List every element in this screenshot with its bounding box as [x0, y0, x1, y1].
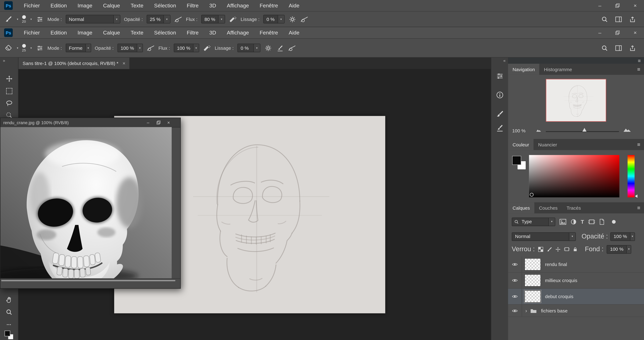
group-disclosure-icon[interactable]: › — [525, 307, 527, 314]
document-tab[interactable]: Sans titre-1 @ 100% (debut croquis, RVB/… — [18, 58, 130, 69]
search-icon[interactable] — [600, 44, 608, 52]
erase-history-icon[interactable] — [276, 44, 284, 52]
horizontal-scrollbar[interactable] — [1, 280, 176, 281]
airbrush-icon[interactable] — [203, 44, 211, 52]
foreground-color-swatch[interactable] — [512, 156, 521, 165]
close-tab-icon[interactable]: × — [122, 60, 125, 66]
lock-transparency-icon[interactable] — [538, 247, 544, 252]
pressure-size-icon[interactable] — [300, 15, 308, 23]
share-icon[interactable] — [628, 44, 636, 52]
tool-preset-caret-icon[interactable]: ▾ — [17, 18, 18, 21]
hand-tool[interactable] — [0, 294, 18, 305]
opacity-field[interactable]: 25 %▾ — [146, 15, 170, 24]
layer-row-selected[interactable]: debut croquis — [508, 289, 644, 305]
shape-layer-filter-icon[interactable] — [588, 219, 595, 225]
lock-all-icon[interactable] — [573, 247, 578, 252]
layer-thumbnail[interactable] — [524, 258, 541, 270]
menu-image[interactable]: Image — [72, 0, 98, 11]
panel-menu-icon[interactable]: ≡ — [634, 139, 644, 150]
tab-calques[interactable]: Calques — [508, 202, 534, 214]
toolbar-ellipsis-icon[interactable]: ••• — [0, 319, 18, 330]
menu-3d[interactable]: 3D — [204, 27, 222, 38]
adjustment-layer-filter-icon[interactable] — [570, 219, 576, 225]
zoom-slider-thumb[interactable] — [582, 128, 586, 132]
tab-couches[interactable]: Couches — [534, 202, 562, 214]
lasso-tool[interactable] — [0, 98, 18, 109]
share-icon[interactable] — [628, 15, 636, 23]
zoom-in-icon[interactable] — [623, 127, 631, 132]
workspace-layout-icon[interactable] — [614, 15, 622, 23]
info-panel-icon[interactable] — [491, 89, 508, 101]
foreground-background-swatches[interactable] — [0, 329, 18, 340]
tab-navigation[interactable]: Navigation — [508, 64, 539, 75]
menu-image[interactable]: Image — [72, 27, 98, 38]
zoom-tool[interactable] — [0, 307, 18, 317]
layer-thumbnail[interactable] — [524, 290, 541, 302]
restore-button[interactable] — [608, 27, 626, 38]
brush-preset-caret-icon[interactable]: ▾ — [30, 46, 32, 50]
minimize-button[interactable]: – — [591, 0, 608, 11]
lock-paint-icon[interactable] — [547, 247, 552, 252]
menu-aide[interactable]: Aide — [283, 0, 305, 11]
zoom-out-icon[interactable] — [536, 129, 541, 132]
search-icon[interactable] — [600, 15, 608, 23]
menu-affichage[interactable]: Affichage — [222, 27, 254, 38]
layer-row[interactable]: millieux croquis — [508, 273, 644, 289]
menu-fenetre[interactable]: Fenêtre — [254, 27, 283, 38]
menu-calque[interactable]: Calque — [98, 0, 125, 11]
pressure-opacity-icon[interactable] — [146, 44, 155, 52]
workspace-layout-icon[interactable] — [614, 44, 622, 52]
layer-blend-mode-dropdown[interactable]: Normal ▾ — [512, 232, 576, 241]
layer-group-row[interactable]: › fichiers base — [508, 305, 644, 317]
layer-name[interactable]: millieux croquis — [545, 278, 577, 283]
menu-affichage[interactable]: Affichage — [222, 0, 254, 11]
layer-name[interactable]: debut croquis — [545, 294, 573, 299]
layer-visibility-toggle[interactable] — [508, 273, 522, 288]
brush-preset-picker[interactable]: 20 — [22, 15, 26, 23]
layer-visibility-toggle[interactable] — [508, 257, 522, 272]
smoothing-field[interactable]: 0 %▾ — [263, 15, 284, 24]
eraser-mode-dropdown[interactable]: Forme▾ — [66, 44, 91, 52]
menu-filtre[interactable]: Filtre — [182, 0, 204, 11]
layer-opacity-field[interactable]: 100 % ▾ — [610, 232, 635, 241]
zoom-percent-field[interactable]: 100 % — [512, 128, 526, 133]
hue-slider[interactable] — [628, 155, 634, 197]
navigator-preview[interactable] — [546, 79, 606, 122]
floating-window-titlebar[interactable]: rendu_crane.jpg @ 100% (RVB/8) – × — [0, 118, 180, 127]
lock-position-icon[interactable] — [555, 247, 561, 252]
pixel-layer-filter-icon[interactable] — [560, 219, 566, 225]
saturation-brightness-picker[interactable] — [529, 155, 620, 197]
airbrush-icon[interactable] — [229, 15, 237, 23]
smoothing-gear-icon[interactable] — [264, 44, 272, 52]
brush-settings-panel-icon[interactable] — [491, 108, 508, 120]
tab-nuancier[interactable]: Nuancier — [534, 139, 562, 150]
minimize-button[interactable]: – — [143, 118, 153, 127]
smoothing-gear-icon[interactable] — [288, 15, 296, 23]
type-layer-filter-icon[interactable]: T — [581, 219, 584, 225]
opacity-field[interactable]: 100 %▾ — [117, 44, 143, 52]
blend-mode-dropdown[interactable]: Normal▾ — [66, 15, 120, 24]
marquee-tool[interactable] — [0, 85, 18, 96]
menu-fenetre[interactable]: Fenêtre — [254, 0, 283, 11]
restore-button[interactable] — [608, 0, 626, 11]
layer-visibility-toggle[interactable] — [508, 305, 522, 317]
layer-thumbnail[interactable] — [524, 274, 541, 286]
brush-tool-icon[interactable] — [4, 15, 12, 23]
panel-menu-icon[interactable]: ≡ — [634, 64, 644, 75]
smoothing-field[interactable]: 0 %▾ — [238, 44, 260, 52]
flow-field[interactable]: 100 %▾ — [174, 44, 199, 52]
menu-selection[interactable]: Sélection — [149, 27, 182, 38]
toolbar-expand-icon[interactable]: » — [3, 58, 5, 63]
layer-filter-dropdown[interactable]: Type ▾ — [512, 217, 555, 226]
panels-collapse-icon[interactable]: « — [503, 58, 506, 63]
foreground-color-swatch[interactable] — [4, 330, 10, 336]
menu-aide[interactable]: Aide — [283, 27, 305, 38]
layer-row[interactable]: rendu final — [508, 257, 644, 273]
floating-document-window[interactable]: rendu_crane.jpg @ 100% (RVB/8) – × — [0, 118, 181, 289]
layer-name[interactable]: fichiers base — [541, 308, 568, 313]
menu-calque[interactable]: Calque — [98, 27, 125, 38]
menu-fichier[interactable]: Fichier — [18, 0, 45, 11]
brush-preset-caret-icon[interactable]: ▾ — [30, 18, 32, 21]
tool-preset-caret-icon[interactable]: ▾ — [17, 46, 18, 50]
lock-artboard-icon[interactable] — [564, 247, 570, 252]
